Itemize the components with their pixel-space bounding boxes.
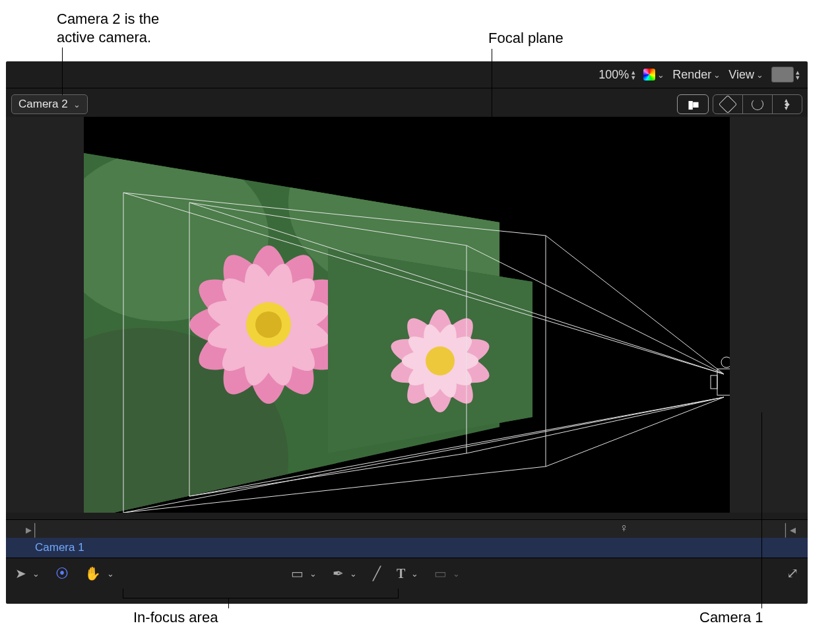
canvas[interactable] bbox=[84, 117, 730, 513]
rectangle-icon: ▭ bbox=[291, 565, 304, 581]
stepper-icon bbox=[631, 69, 635, 80]
text-tool[interactable]: T⌄ bbox=[397, 566, 418, 581]
text-icon: T bbox=[397, 566, 405, 581]
paint-tool[interactable]: ╱ bbox=[373, 565, 381, 581]
bezier-tool[interactable]: ✒⌄ bbox=[333, 565, 357, 581]
stepper-icon bbox=[796, 69, 800, 80]
view-label: View bbox=[728, 68, 754, 82]
color-channels-menu[interactable]: ⌄ bbox=[643, 69, 664, 80]
toolbar-bottom: ➤⌄ ⦿ ✋⌄ ▭⌄ ✒⌄ ╱ T⌄ ▭⌄ ⤢ bbox=[6, 558, 808, 589]
color-well-icon bbox=[771, 67, 794, 82]
pen-icon: ✒ bbox=[333, 565, 344, 581]
fit-to-window[interactable]: ⤢ bbox=[787, 565, 798, 582]
svg-line-35 bbox=[546, 236, 724, 374]
chevron-down-icon: ⌄ bbox=[453, 569, 460, 579]
background-color-well[interactable] bbox=[771, 67, 800, 82]
render-menu[interactable]: Render ⌄ bbox=[672, 68, 721, 82]
svg-point-19 bbox=[255, 311, 282, 338]
brush-icon: ╱ bbox=[373, 565, 381, 581]
callout-infocus-area: In-focus area bbox=[133, 608, 218, 627]
view-menu[interactable]: View ⌄ bbox=[728, 68, 763, 82]
chevron-down-icon: ⌄ bbox=[350, 569, 357, 579]
camera-selector-label: Camera 2 bbox=[18, 98, 68, 111]
callout-camera1: Camera 1 bbox=[699, 608, 763, 627]
chevron-down-icon: ⌄ bbox=[107, 569, 114, 579]
active-camera-button[interactable]: ▮■ bbox=[677, 94, 709, 114]
3d-nav-controls: ▮■ ▴◆▾ bbox=[677, 94, 802, 114]
svg-point-44 bbox=[721, 357, 730, 368]
arrow-icon: ➤ bbox=[15, 565, 26, 581]
play-range-out-icon[interactable]: │◂ bbox=[783, 523, 796, 537]
camera-selector[interactable]: Camera 2 ⌄ bbox=[11, 94, 88, 114]
chevron-down-icon: ⌄ bbox=[756, 70, 763, 80]
3d-icon: ⦿ bbox=[55, 566, 69, 581]
playhead-icon[interactable]: ♀ bbox=[620, 521, 629, 535]
mini-timeline-ruler[interactable]: ▸│ ♀ │◂ bbox=[6, 519, 808, 539]
pan-tool[interactable] bbox=[713, 95, 742, 113]
mask-tool[interactable]: ▭⌄ bbox=[434, 565, 460, 581]
zoom-menu[interactable]: 100% bbox=[598, 68, 635, 82]
select-tool[interactable]: ➤⌄ bbox=[15, 565, 40, 581]
dolly-tool[interactable]: ▴◆▾ bbox=[772, 95, 802, 113]
rectangle-tool[interactable]: ▭⌄ bbox=[291, 565, 317, 581]
svg-line-37 bbox=[546, 397, 724, 467]
svg-rect-43 bbox=[711, 375, 717, 389]
toolbar-top: 100% ⌄ Render ⌄ View ⌄ bbox=[6, 61, 808, 88]
play-range-in-icon[interactable]: ▸│ bbox=[26, 523, 39, 537]
mask-icon: ▭ bbox=[434, 565, 447, 581]
scene-overlay bbox=[84, 117, 730, 513]
chevron-down-icon: ⌄ bbox=[309, 569, 317, 579]
orbit-tool[interactable] bbox=[742, 95, 772, 113]
pan-icon bbox=[719, 95, 737, 113]
expand-icon: ⤢ bbox=[787, 565, 798, 582]
zoom-value: 100% bbox=[598, 68, 629, 82]
timeline-clip-camera1[interactable]: Camera 1 bbox=[35, 538, 808, 558]
hand-icon: ✋ bbox=[84, 565, 101, 581]
dolly-icon: ▴◆▾ bbox=[785, 98, 790, 110]
svg-point-33 bbox=[426, 346, 455, 375]
chevron-down-icon: ⌄ bbox=[657, 70, 664, 80]
chevron-down-icon: ⌄ bbox=[713, 70, 721, 80]
chevron-down-icon: ⌄ bbox=[73, 100, 81, 110]
callout-active-camera: Camera 2 is the active camera. bbox=[57, 10, 159, 47]
viewer-header: Camera 2 ⌄ ▮■ ▴◆▾ bbox=[6, 92, 808, 116]
orbit-icon bbox=[752, 98, 763, 110]
3d-view-tools: ▴◆▾ bbox=[713, 94, 802, 114]
timeline: Camera 1 bbox=[6, 538, 808, 558]
chevron-down-icon: ⌄ bbox=[32, 569, 40, 579]
chevron-down-icon: ⌄ bbox=[411, 569, 418, 579]
canvas-area bbox=[6, 117, 808, 513]
callout-focal-plane: Focal plane bbox=[488, 29, 564, 48]
camera-icon: ▮■ bbox=[688, 98, 697, 112]
pan-tool-btn[interactable]: ✋⌄ bbox=[84, 565, 114, 581]
3d-transform-tool[interactable]: ⦿ bbox=[55, 566, 69, 581]
render-label: Render bbox=[672, 68, 711, 82]
color-wheel-icon bbox=[643, 69, 655, 80]
app-window: 100% ⌄ Render ⌄ View ⌄ Camera bbox=[6, 61, 808, 604]
